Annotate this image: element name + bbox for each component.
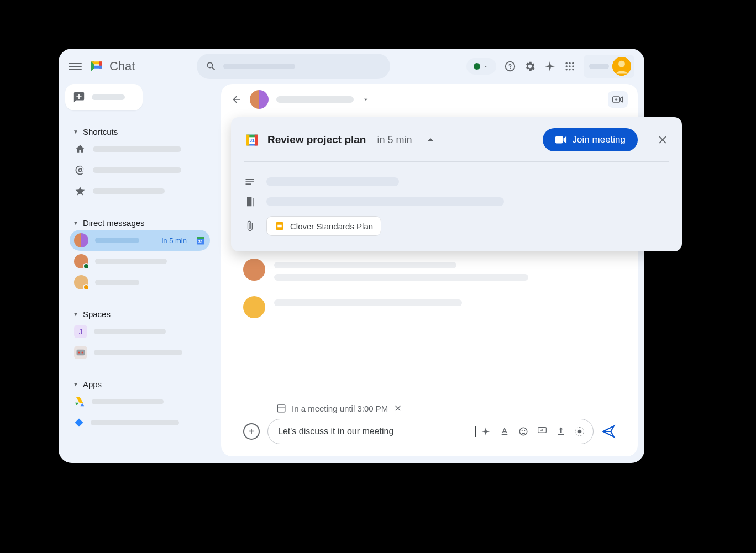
upload-icon[interactable]: [555, 426, 566, 437]
app-header: Chat: [59, 49, 644, 84]
app-window: Chat: [59, 49, 644, 463]
new-chat-button[interactable]: [65, 84, 143, 110]
gemini-sparkle-icon[interactable]: [544, 60, 556, 72]
conversation-avatar: [250, 90, 269, 109]
sidebar-dm-section: ▼ Direct messages in 5 min 31: [65, 216, 214, 293]
space-name-placeholder: [94, 350, 182, 355]
message-item: [243, 259, 616, 281]
at-icon: [74, 164, 86, 176]
attachment-name: Clover Standards Plan: [290, 222, 373, 231]
message-text-placeholder: [274, 299, 462, 306]
conversation-title-placeholder: [276, 96, 354, 103]
dm-item[interactable]: [70, 251, 210, 272]
shortcut-label-placeholder: [93, 188, 165, 194]
shortcut-mentions[interactable]: [70, 160, 210, 181]
sidebar-spaces-heading[interactable]: ▼ Spaces: [70, 307, 210, 321]
app-item-jira[interactable]: [70, 412, 210, 433]
space-avatar-bot-icon: [74, 346, 87, 359]
sidebar-spaces-section: ▼ Spaces J: [65, 307, 214, 363]
room-icon: [244, 196, 255, 207]
status-active-dot: [474, 63, 480, 70]
shortcut-home[interactable]: [70, 139, 210, 160]
account-label-placeholder: [589, 64, 609, 69]
close-icon[interactable]: [657, 134, 669, 146]
sidebar-shortcuts-heading[interactable]: ▼ Shortcuts: [70, 125, 210, 139]
meeting-status-chip: In a meeting until 3:00 PM: [276, 403, 402, 413]
meeting-time: in 5 min: [377, 134, 412, 146]
emoji-icon[interactable]: [518, 426, 529, 437]
record-icon[interactable]: [574, 426, 585, 437]
search-bar[interactable]: [197, 54, 390, 79]
search-icon: [206, 61, 217, 72]
new-chat-icon: [73, 91, 85, 103]
meeting-attachment-row: Clover Standards Plan: [244, 212, 669, 240]
shortcut-label-placeholder: [93, 146, 181, 152]
sidebar-apps-heading[interactable]: ▼ Apps: [70, 377, 210, 391]
sidebar-shortcuts-section: ▼ Shortcuts: [65, 125, 214, 202]
app-name-placeholder: [91, 420, 179, 425]
presence-active-badge: [83, 263, 90, 270]
conversation-header: [221, 84, 638, 115]
caret-down-icon: ▼: [73, 381, 78, 387]
attachment-icon: [244, 220, 255, 231]
help-icon[interactable]: [504, 60, 516, 72]
app-item-drive[interactable]: [70, 391, 210, 412]
gemini-sparkle-icon[interactable]: [480, 426, 491, 437]
text-format-icon[interactable]: [499, 426, 510, 437]
join-meeting-label: Join meeting: [573, 134, 626, 145]
calendar-mini-icon: 31: [196, 235, 206, 245]
add-attachment-button[interactable]: +: [243, 423, 260, 440]
svg-point-28: [519, 428, 527, 435]
svg-rect-24: [555, 136, 563, 144]
new-chat-label-placeholder: [92, 94, 125, 100]
svg-text:GIF: GIF: [540, 429, 544, 431]
status-selector[interactable]: [466, 58, 496, 75]
space-item[interactable]: [70, 342, 210, 363]
meeting-description-row: [244, 172, 669, 192]
search-placeholder: [223, 64, 295, 69]
message-text-placeholder: [274, 274, 528, 281]
sidebar-dm-heading[interactable]: ▼ Direct messages: [70, 216, 210, 230]
video-camera-icon: [555, 135, 567, 145]
chevron-down-icon[interactable]: [361, 95, 370, 104]
back-arrow-icon[interactable]: [231, 94, 242, 105]
meeting-banner: 31 Review project plan in 5 min Join mee…: [231, 117, 682, 251]
message-input[interactable]: Let's discuss it in our meeting GIF: [267, 419, 594, 444]
message-avatar: [243, 296, 265, 318]
settings-gear-icon[interactable]: [524, 60, 536, 72]
apps-grid-icon[interactable]: [564, 60, 576, 72]
description-icon: [244, 176, 255, 187]
meeting-description-placeholder: [266, 177, 399, 186]
calendar-icon: 31: [244, 132, 260, 148]
app-logo[interactable]: Chat: [88, 58, 135, 75]
svg-point-29: [522, 430, 523, 431]
join-meeting-button[interactable]: Join meeting: [543, 128, 638, 151]
app-name-placeholder: [92, 399, 164, 404]
gif-icon[interactable]: GIF: [537, 426, 548, 437]
meeting-room-row: [244, 192, 669, 212]
space-name-placeholder: [94, 329, 166, 334]
meeting-room-placeholder: [266, 197, 504, 206]
send-button[interactable]: [601, 424, 616, 439]
start-video-call-button[interactable]: [608, 91, 628, 108]
dm-name-placeholder: [95, 259, 167, 264]
shortcut-starred[interactable]: [70, 181, 210, 202]
svg-point-16: [82, 352, 83, 354]
svg-point-4: [569, 65, 570, 67]
sidebar-apps-section: ▼ Apps: [65, 377, 214, 433]
space-item[interactable]: J: [70, 321, 210, 342]
app-body: ▼ Shortcuts ▼ Dir: [59, 84, 644, 463]
account-switcher[interactable]: [584, 55, 634, 78]
dm-item-active[interactable]: in 5 min 31: [70, 230, 210, 251]
dm-item[interactable]: [70, 272, 210, 293]
close-icon[interactable]: [393, 404, 402, 413]
attachment-chip[interactable]: Clover Standards Plan: [266, 216, 381, 236]
svg-point-5: [572, 65, 574, 67]
svg-rect-14: [77, 350, 85, 356]
caret-down-icon: ▼: [73, 311, 78, 317]
svg-point-7: [569, 69, 570, 70]
main-menu-icon[interactable]: [69, 60, 82, 73]
star-icon: [74, 185, 86, 197]
svg-text:31: 31: [198, 239, 203, 244]
collapse-chevron-up-icon[interactable]: [424, 133, 437, 146]
